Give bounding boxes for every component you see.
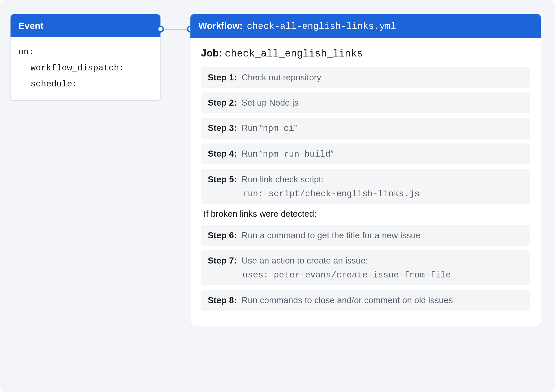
connector xyxy=(159,25,192,33)
step-7-sub: uses: peter-evans/create-issue-from-file xyxy=(208,270,523,280)
step-3-label: Step 3: xyxy=(208,123,237,133)
step-7: Step 7: Use an action to create an issue… xyxy=(201,250,530,285)
step-5-sub: run: script/check-english-links.js xyxy=(208,189,523,199)
connector-line xyxy=(162,29,189,30)
step-3: Step 3: Run “npm ci” xyxy=(201,118,530,139)
step-2-desc: Set up Node.js xyxy=(241,98,298,107)
step-5-desc: Run link check script: xyxy=(241,174,324,184)
job-title: Job: check_all_english_links xyxy=(201,48,530,59)
step-5: Step 5: Run link check script: run: scri… xyxy=(201,169,530,204)
step-4-code: npm run build xyxy=(263,149,330,159)
workflow-header-label: Workflow: xyxy=(198,20,243,31)
step-7-label: Step 7: xyxy=(208,256,237,265)
job-name: check_all_english_links xyxy=(225,48,363,59)
step-5-label: Step 5: xyxy=(208,174,237,184)
workflow-header: Workflow: check-all-english-links.yml xyxy=(190,14,541,38)
step-1-desc: Check out repository xyxy=(241,73,321,82)
event-on-key: on: xyxy=(18,47,34,57)
step-6-label: Step 6: xyxy=(208,230,237,240)
step-4-label: Step 4: xyxy=(208,149,237,158)
step-1: Step 1: Check out repository xyxy=(201,67,530,88)
step-8-desc: Run commands to close and/or comment on … xyxy=(241,295,453,305)
step-2-label: Step 2: xyxy=(208,98,237,107)
event-card: Event on: workflow_dispatch: schedule: xyxy=(11,14,160,100)
event-trigger-dispatch: workflow_dispatch: xyxy=(18,60,153,76)
diagram-canvas: Event on: workflow_dispatch: schedule: W… xyxy=(0,0,555,392)
workflow-card: Workflow: check-all-english-links.yml Jo… xyxy=(190,14,541,326)
step-1-label: Step 1: xyxy=(208,73,237,82)
step-4-pre: Run “ xyxy=(241,149,263,158)
step-2: Step 2: Set up Node.js xyxy=(201,92,530,113)
step-6: Step 6: Run a command to get the title f… xyxy=(201,225,530,246)
step-3-pre: Run “ xyxy=(241,123,263,133)
step-4: Step 4: Run “npm run build” xyxy=(201,143,530,164)
step-3-post: ” xyxy=(294,123,297,133)
workflow-header-file: check-all-english-links.yml xyxy=(247,21,396,32)
conditional-note: If broken links were detected: xyxy=(204,209,530,219)
step-8-label: Step 8: xyxy=(208,295,237,305)
step-7-desc: Use an action to create an issue: xyxy=(241,256,368,265)
workflow-body: Job: check_all_english_links Step 1: Che… xyxy=(190,38,541,326)
step-3-code: npm ci xyxy=(263,124,294,133)
event-body: on: workflow_dispatch: schedule: xyxy=(11,37,160,100)
step-8: Step 8: Run commands to close and/or com… xyxy=(201,290,530,311)
event-trigger-schedule: schedule: xyxy=(18,76,153,92)
step-4-post: ” xyxy=(331,149,334,158)
event-header: Event xyxy=(11,14,160,37)
step-6-desc: Run a command to get the title for a new… xyxy=(241,230,421,240)
job-label: Job: xyxy=(201,48,222,59)
